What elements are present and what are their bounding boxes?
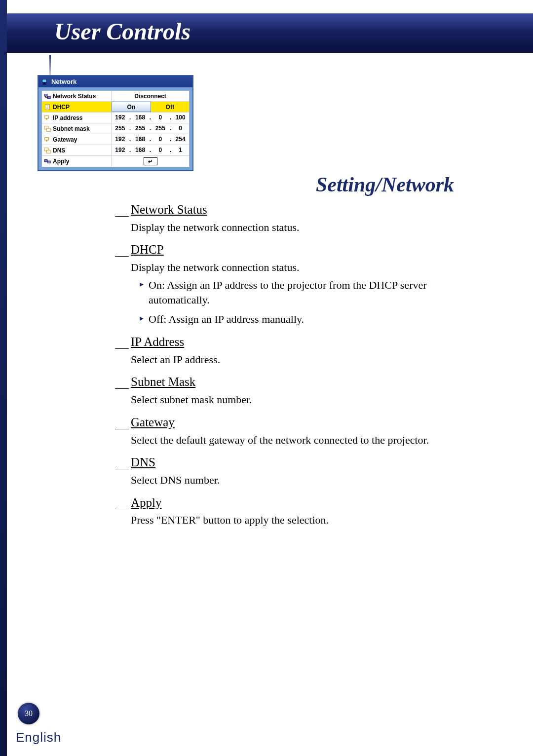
svg-rect-2 [43, 83, 46, 84]
status-icon [44, 93, 51, 100]
osd-title-text: Network [51, 78, 76, 85]
osd-grid: Network Status Disconnect DHCP On Off IP… [41, 90, 190, 167]
subnet-icon [44, 125, 51, 132]
dhcp-bullets: On: Assign an IP address to the projecto… [140, 278, 466, 327]
gw-o1: 192 [112, 134, 129, 145]
language-label: English [16, 730, 61, 745]
osd-label-dhcp: DHCP [53, 104, 70, 111]
osd-label-subnet: Subnet mask [53, 125, 90, 132]
osd-value-status: Disconnect [111, 91, 189, 101]
osd-row-gateway[interactable]: Gateway 192. 168. 0. 254 [42, 134, 189, 145]
dhcp-icon [44, 104, 51, 111]
osd-row-subnet[interactable]: Subnet mask 255. 255. 255. 0 [42, 123, 189, 134]
svg-rect-14 [44, 160, 47, 162]
osd-row-ip[interactable]: IP address 192. 168. 0. 100 [42, 113, 189, 123]
osd-subnet-value: 255. 255. 255. 0 [111, 123, 189, 134]
svg-rect-9 [46, 128, 50, 131]
gw-o3: 0 [152, 134, 169, 145]
bullet-dhcp-on: On: Assign an IP address to the projecto… [140, 278, 466, 307]
heading-network-status: Network Status [131, 201, 466, 218]
sn-o1: 255 [112, 123, 129, 134]
osd-label-apply: Apply [53, 158, 69, 165]
osd-label-dns: DNS [53, 147, 65, 154]
heading-gateway: Gateway [131, 414, 466, 431]
osd-title-bar: Network [38, 76, 192, 87]
osd-network-panel: Network Network Status Disconnect DHCP O… [38, 75, 193, 171]
osd-label-ip: IP address [53, 114, 82, 121]
page-header-title: User Controls [54, 18, 190, 45]
svg-rect-1 [43, 82, 45, 83]
svg-rect-4 [47, 96, 50, 98]
dns-o2: 168 [132, 145, 149, 155]
osd-label-status: Network Status [53, 93, 96, 100]
section-title: Setting/Network [316, 173, 454, 196]
para-dhcp: Display the network connection status. [131, 260, 466, 275]
doc-content: Network Status Display the network conne… [131, 201, 466, 528]
ip-icon [44, 114, 51, 121]
dns-icon [44, 147, 51, 154]
osd-row-status[interactable]: Network Status Disconnect [42, 91, 189, 102]
sn-o4: 0 [172, 123, 189, 134]
heading-dhcp: DHCP [131, 241, 466, 258]
osd-row-apply[interactable]: Apply ↵ [42, 156, 189, 167]
sn-o2: 255 [132, 123, 149, 134]
apply-icon [44, 158, 51, 165]
svg-rect-0 [42, 79, 47, 82]
osd-dhcp-on[interactable]: On [112, 102, 151, 112]
ip-o1: 192 [112, 113, 129, 123]
svg-rect-13 [46, 150, 50, 153]
page-number-badge: 30 [18, 703, 39, 724]
dns-o4: 1 [172, 145, 189, 155]
svg-rect-15 [47, 161, 50, 163]
gateway-icon [44, 136, 51, 143]
svg-rect-10 [45, 137, 49, 140]
left-stripe [0, 0, 7, 756]
network-icon [41, 78, 48, 85]
dns-o3: 0 [152, 145, 169, 155]
osd-dhcp-off[interactable]: Off [151, 102, 190, 112]
ip-o2: 168 [132, 113, 149, 123]
gw-o2: 168 [132, 134, 149, 145]
heading-apply: Apply [131, 494, 466, 511]
osd-body: Network Status Disconnect DHCP On Off IP… [38, 87, 192, 170]
enter-button[interactable]: ↵ [144, 157, 157, 165]
osd-row-dhcp[interactable]: DHCP On Off [42, 102, 189, 113]
osd-row-dns[interactable]: DNS 192. 168. 0. 1 [42, 145, 189, 156]
svg-rect-11 [46, 140, 47, 141]
osd-dhcp-toggle[interactable]: On Off [111, 102, 189, 112]
gw-o4: 254 [172, 134, 189, 145]
svg-rect-6 [45, 115, 49, 118]
svg-rect-3 [44, 94, 47, 96]
para-dns: Select DNS number. [131, 473, 466, 488]
heading-ip: IP Address [131, 334, 466, 350]
para-apply: Press "ENTER" button to apply the select… [131, 513, 466, 528]
bullet-dhcp-off: Off: Assign an IP address manually. [140, 312, 466, 327]
para-ip: Select an IP address. [131, 352, 466, 367]
svg-rect-7 [46, 118, 47, 119]
para-subnet: Select subnet mask number. [131, 392, 466, 407]
para-gateway: Select the default gateway of the networ… [131, 433, 466, 448]
dns-o1: 192 [112, 145, 129, 155]
ip-o4: 100 [172, 113, 189, 123]
osd-gateway-value: 192. 168. 0. 254 [111, 134, 189, 145]
osd-label-gateway: Gateway [53, 136, 77, 143]
ip-o3: 0 [152, 113, 169, 123]
para-network-status: Display the network connection status. [131, 220, 466, 235]
heading-dns: DNS [131, 454, 466, 471]
osd-ip-value: 192. 168. 0. 100 [111, 113, 189, 123]
osd-dns-value: 192. 168. 0. 1 [111, 145, 189, 155]
sn-o3: 255 [152, 123, 169, 134]
heading-subnet: Subnet Mask [131, 374, 466, 390]
